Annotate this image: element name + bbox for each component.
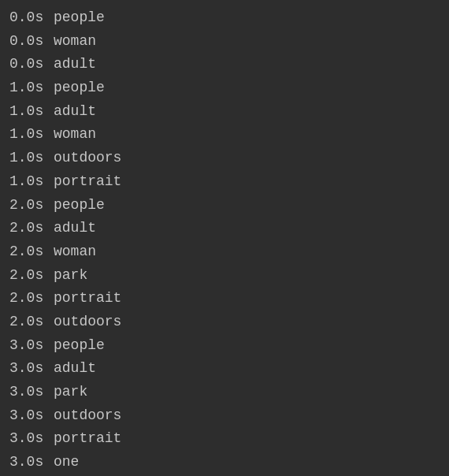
- timestamp: 0.0s: [9, 53, 50, 76]
- timestamp: 0.0s: [9, 6, 50, 30]
- list-item: 2.0soutdoors: [9, 311, 440, 334]
- timestamp: 2.0s: [9, 264, 50, 288]
- tag-label: adult: [54, 100, 96, 124]
- tag-label: outdoors: [54, 404, 121, 428]
- list-item: 3.0spark: [9, 381, 440, 404]
- timestamp: 1.0s: [9, 123, 50, 147]
- list-item: 2.0sadult: [9, 217, 440, 240]
- list-item: 3.0sadult: [9, 357, 440, 381]
- tag-label: one: [54, 451, 79, 474]
- list-item: 1.0swoman: [9, 123, 440, 147]
- timestamp: 1.0s: [9, 76, 50, 100]
- timestamp: 0.0s: [9, 30, 50, 54]
- timestamp: 3.0s: [9, 357, 50, 381]
- list-item: 2.0speople: [9, 194, 440, 218]
- tag-label: people: [54, 194, 105, 218]
- tag-label: adult: [54, 357, 96, 381]
- list-item: 2.0spark: [9, 264, 440, 288]
- tag-label: portrait: [54, 427, 121, 451]
- timestamp: 2.0s: [9, 287, 50, 311]
- list-item: 3.0speople: [9, 334, 440, 358]
- tag-label: woman: [54, 30, 96, 54]
- timestamp: 3.0s: [9, 404, 50, 428]
- timestamp: 1.0s: [9, 147, 50, 170]
- timestamp: 3.0s: [9, 451, 50, 474]
- list-item: 1.0speople: [9, 76, 440, 100]
- list-item: 1.0sportrait: [9, 170, 440, 194]
- tag-label: people: [54, 6, 105, 30]
- tag-label: outdoors: [54, 311, 121, 334]
- tag-label: portrait: [54, 170, 121, 194]
- list-item: 3.0soutdoors: [9, 404, 440, 428]
- list-item: 2.0swoman: [9, 240, 440, 264]
- list-item: 0.0speople: [9, 6, 440, 30]
- list-item: 3.0sportrait: [9, 427, 440, 451]
- tag-label: woman: [54, 123, 96, 147]
- tag-label: woman: [54, 240, 96, 264]
- tag-label: adult: [54, 53, 96, 76]
- list-item: 0.0swoman: [9, 30, 440, 54]
- list-item: 3.0sone: [9, 451, 440, 474]
- list-item: 0.0sadult: [9, 53, 440, 76]
- timestamp: 3.0s: [9, 334, 50, 358]
- timestamp: 1.0s: [9, 100, 50, 124]
- tag-label: people: [54, 76, 105, 100]
- tag-label: park: [54, 381, 87, 404]
- tag-label: people: [54, 334, 105, 358]
- tag-label: adult: [54, 217, 96, 240]
- timestamp: 2.0s: [9, 194, 50, 218]
- timestamp: 3.0s: [9, 381, 50, 404]
- timestamp: 2.0s: [9, 311, 50, 334]
- log-container: 0.0speople0.0swoman0.0sadult1.0speople1.…: [9, 6, 440, 474]
- timestamp: 2.0s: [9, 217, 50, 240]
- list-item: 2.0sportrait: [9, 287, 440, 311]
- list-item: 1.0sadult: [9, 100, 440, 124]
- timestamp: 3.0s: [9, 427, 50, 451]
- list-item: 1.0soutdoors: [9, 147, 440, 170]
- tag-label: outdoors: [54, 147, 121, 170]
- tag-label: park: [54, 264, 87, 288]
- timestamp: 2.0s: [9, 240, 50, 264]
- tag-label: portrait: [54, 287, 121, 311]
- timestamp: 1.0s: [9, 170, 50, 194]
